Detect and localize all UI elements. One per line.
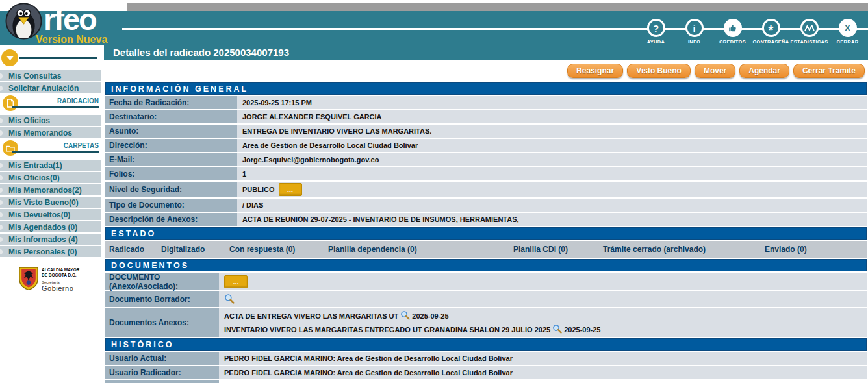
stats-zigzag-icon[interactable]	[800, 19, 819, 37]
sidebar-collapse-toggle[interactable]	[0, 49, 104, 66]
sidebar-item-label: Mis Visto Bueno(0)	[8, 198, 79, 207]
row-value: PUBLICO ...	[237, 182, 867, 197]
row-label: Descripción de Anexos:	[105, 213, 237, 226]
sidebar-item-mis-informados[interactable]: Mis Informados (4)	[0, 234, 101, 245]
version-label: Version Nueva	[36, 34, 107, 45]
magnifier-icon[interactable]	[552, 324, 562, 335]
row-label: Dirección:	[105, 139, 237, 152]
nav-ayuda[interactable]: ? AYUDA	[637, 19, 675, 45]
estado-tramite-cerrado: Trámite cerrado (archivado)	[599, 241, 761, 258]
sidebar-item-mis-devueltos[interactable]: Mis Devueltos(0)	[0, 209, 101, 220]
row-value: 2025-09-25 17:15 PM	[237, 96, 867, 109]
row-label: E-Mail:	[105, 153, 237, 166]
row-value: / DIAS	[237, 199, 867, 212]
row-value: PEDRO FIDEL GARCIA MARINO: Area de Gesti…	[219, 352, 867, 365]
anexo-item: ACTA DE ENTREGA VIVERO LAS MARGARITAS UT…	[224, 310, 449, 321]
folder-icon	[3, 140, 18, 156]
sidebar-item-mis-consultas[interactable]: Mis Consultas	[0, 70, 101, 81]
table-row: Dirección:Area de Gestion de Desarrollo …	[105, 139, 867, 152]
magnifier-icon[interactable]	[400, 310, 410, 321]
section-title-radicacion[interactable]: RADICACION	[57, 97, 99, 105]
mover-button[interactable]: Mover	[695, 64, 735, 78]
row-value: ENTREGA DE INVENTARIO VIVERO LAS MARGARI…	[237, 125, 867, 138]
cerrar-tramite-button[interactable]: Cerrar Tramite	[793, 64, 865, 78]
agendar-button[interactable]: Agendar	[739, 64, 789, 78]
sidebar-item-mis-personales[interactable]: Mis Personales (0)	[0, 246, 101, 257]
sidebar-section-radicacion: RADICACION	[0, 95, 104, 112]
sidebar-item-mis-agendados[interactable]: Mis Agendados (0)	[0, 221, 101, 232]
table-row: Folios:1	[105, 167, 867, 180]
table-row: Documento Borrador:	[105, 291, 867, 307]
row-value: Jorge.Esquivel@gobiernobogota.gov.co	[237, 153, 867, 166]
estado-planilla-cdi: Planilla CDI (0)	[509, 241, 599, 258]
sidebar-item-mis-entrada[interactable]: Mis Entrada(1)	[0, 160, 101, 171]
row-value: ...	[219, 273, 867, 290]
section-header-documentos: DOCUMENTOS	[105, 259, 867, 271]
nav-info[interactable]: i INFO	[675, 19, 713, 45]
table-row: DOCUMENTO (Anexo/Asociado): ...	[105, 273, 867, 290]
nav-creditos[interactable]: CREDITOS	[713, 19, 752, 45]
nav-label: CONTRASEÑA	[753, 39, 789, 45]
info-icon[interactable]: i	[685, 19, 704, 37]
sidebar-item-label: Mis Oficios	[8, 116, 50, 125]
sidebar-item-label: Mis Personales (0)	[8, 247, 77, 256]
table-row: Documentos Anexos: ACTA DE ENTREGA VIVER…	[105, 308, 867, 337]
sidebar: Mis Consultas Solicitar Anulación RADICA…	[0, 45, 104, 383]
magnifier-icon[interactable]	[224, 293, 235, 305]
nav-cerrar[interactable]: X CERRAR	[828, 19, 867, 45]
nav-contrasena[interactable]: * CONTRASEÑA	[752, 19, 790, 45]
sidebar-item-label: Mis Entrada(1)	[8, 161, 62, 170]
sidebar-item-label: Mis Informados (4)	[8, 235, 78, 244]
documento-ellipsis-button[interactable]: ...	[224, 275, 248, 288]
table-row: Nivel de Seguridad: PUBLICO ...	[105, 182, 867, 197]
estado-digitalizado: Digitalizado	[157, 241, 225, 258]
thumb-up-icon[interactable]	[724, 19, 742, 37]
sidebar-item-label: Mis Memorandos	[8, 129, 72, 138]
chevron-down-icon[interactable]	[1, 49, 18, 66]
logo-text-line1: ALCALDIA MAYOR	[42, 267, 79, 272]
row-value: Area de Gestion de Desarrollo Local Ciud…	[237, 139, 867, 152]
estado-row: Radicado Digitalizado Con respuesta (0) …	[105, 241, 867, 258]
row-label: DOCUMENTO (Anexo/Asociado):	[105, 273, 219, 290]
bogota-government-logo: ALCALDIA MAYOR DE BOGOTA D.C. Secretaría…	[18, 266, 104, 292]
row-value: JORGE ALEXANDER ESQUIVEL GARCIA	[237, 110, 867, 123]
help-icon[interactable]: ?	[647, 19, 665, 37]
app-header: rfeo Version Nueva ? AYUDA i INFO CREDIT…	[0, 0, 868, 45]
asterisk-icon[interactable]: *	[762, 19, 780, 37]
sidebar-item-label: Mis Oficios(0)	[8, 173, 60, 182]
sidebar-item-label: Mis Devueltos(0)	[8, 210, 70, 219]
sidebar-item-mis-memorandos[interactable]: Mis Memorandos	[0, 127, 101, 138]
close-icon[interactable]: X	[839, 19, 857, 37]
sidebar-item-mis-oficios[interactable]: Mis Oficios	[0, 115, 101, 126]
sidebar-item-mis-oficios-carpeta[interactable]: Mis Oficios(0)	[0, 172, 101, 183]
row-label: Usuario Actual:	[105, 352, 219, 365]
anexo-date: 2025-09-25	[564, 326, 600, 334]
estado-con-respuesta: Con respuesta (0)	[225, 241, 324, 258]
sidebar-item-mis-visto-bueno[interactable]: Mis Visto Bueno(0)	[0, 197, 101, 208]
table-row-partial	[105, 380, 219, 383]
table-row: Usuario Radicador:PEDRO FIDEL GARCIA MAR…	[105, 366, 867, 379]
anexo-document-link[interactable]: INVENTARIO VIVERO LAS MARGARITAS ENTREGA…	[224, 326, 550, 334]
reasignar-button[interactable]: Reasignar	[567, 64, 623, 78]
section-header-estado: ESTADO	[105, 227, 867, 240]
sidebar-section-carpetas: CARPETAS	[0, 140, 104, 157]
row-value	[219, 291, 867, 307]
section-title-carpetas[interactable]: CARPETAS	[64, 142, 99, 149]
sidebar-item-label: Solicitar Anulación	[8, 84, 79, 93]
sidebar-item-mis-memorandos-carpeta[interactable]: Mis Memorandos(2)	[0, 184, 101, 195]
table-row: Tipo de Documento:/ DIAS	[105, 199, 867, 212]
visto-bueno-button[interactable]: Visto Bueno	[627, 64, 691, 78]
section-header-historico: HISTÓRICO	[105, 338, 867, 351]
table-row: E-Mail:Jorge.Esquivel@gobiernobogota.gov…	[105, 153, 867, 166]
nav-label: CREDITOS	[719, 39, 746, 45]
row-label: Asunto:	[105, 125, 237, 138]
action-buttons-row: Reasignar Visto Bueno Mover Agendar Cerr…	[104, 64, 865, 78]
logo-text-line2: DE BOGOTA D.C.	[42, 273, 76, 277]
row-label: Folios:	[105, 167, 237, 180]
header-gray-strip	[127, 3, 868, 11]
nav-label: ESTADISTICAS	[790, 39, 828, 45]
nivel-seguridad-ellipsis-button[interactable]: ...	[279, 183, 302, 196]
sidebar-item-solicitar-anulacion[interactable]: Solicitar Anulación	[0, 82, 101, 93]
nav-estadisticas[interactable]: ESTADISTICAS	[790, 19, 828, 45]
anexo-document-link[interactable]: ACTA DE ENTREGA VIVERO LAS MARGARITAS UT	[224, 312, 398, 320]
